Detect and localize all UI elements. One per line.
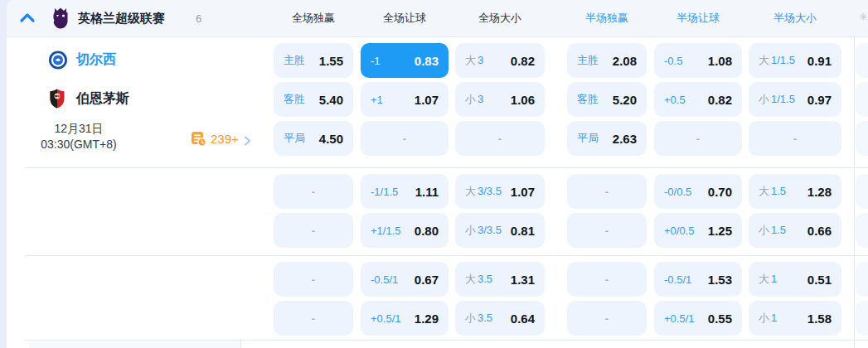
odds-row: 客胜5.40+11.07小31.06客胜5.20+0.50.82小1/1.50.… — [274, 82, 841, 117]
odds-cell[interactable]: +0.50.82 — [654, 82, 742, 117]
line-label: 客胜 — [577, 92, 599, 107]
odds-cell[interactable]: 小31.06 — [455, 82, 545, 117]
odds-cell[interactable]: 主胜2.08 — [567, 43, 647, 78]
odds-cell[interactable]: +0.5/11.29 — [361, 301, 449, 336]
line-label: -1 — [371, 55, 381, 67]
odds-value: 2.08 — [613, 54, 637, 68]
odds-cell[interactable]: -1/1.51.11 — [361, 174, 449, 209]
odds-cell[interactable]: +0.5/10.55 — [654, 301, 742, 336]
empty-dash: - — [312, 225, 315, 237]
line-prefix: 小 — [759, 92, 769, 107]
odds-value: 4.50 — [319, 132, 343, 146]
clipped-odds-cell — [856, 213, 868, 248]
group-separator — [25, 167, 868, 168]
away-team-row[interactable]: 伯恩茅斯 — [48, 88, 129, 109]
empty-dash: - — [498, 133, 502, 145]
odds-value: 0.97 — [807, 93, 832, 107]
odds-cell[interactable]: 平局4.50 — [274, 121, 353, 156]
odds-cell-empty: - — [654, 121, 742, 156]
chevron-up-icon[interactable] — [18, 11, 36, 26]
odds-cell[interactable]: -0.5/11.53 — [654, 262, 742, 297]
line-label: +1/1.5 — [371, 225, 401, 237]
empty-dash: - — [605, 225, 609, 237]
odds-value: 0.51 — [807, 273, 832, 287]
empty-dash: - — [605, 273, 609, 286]
odds-cell-empty: - — [567, 213, 647, 248]
odds-value: 0.83 — [415, 54, 439, 68]
odds-value: 1.29 — [415, 312, 439, 326]
match-date-line: 12月31日 — [12, 121, 146, 137]
odds-cell-empty: - — [274, 262, 353, 297]
odds-value: 1.25 — [708, 224, 732, 238]
odds-cell[interactable]: +0/0.51.25 — [654, 213, 742, 248]
odds-cell[interactable]: 主胜1.55 — [274, 43, 353, 78]
line-label: +0.5 — [664, 94, 686, 106]
odds-cell[interactable]: 大3.51.31 — [455, 262, 545, 297]
more-markets-link[interactable]: 239+ — [191, 131, 252, 147]
league-name: 英格兰超级联赛 — [78, 0, 165, 36]
odds-value: 1.11 — [415, 185, 439, 199]
league-card: 英格兰超级联赛 6 全场独赢全场让球全场大小半场独赢半场让球半场大小 ✳ 切尔西 — [7, 0, 868, 348]
odds-value: 1.55 — [319, 54, 343, 68]
line-label: 3 — [478, 54, 483, 66]
settings-icon[interactable]: ✳ — [859, 11, 868, 23]
odds-cell[interactable]: 小3/3.50.81 — [455, 213, 545, 248]
column-header: 全场大小 — [455, 11, 545, 26]
line-prefix: 大 — [759, 184, 769, 199]
odds-cell[interactable]: -0/0.50.70 — [654, 174, 742, 209]
odds-cell[interactable]: +11.07 — [361, 82, 449, 117]
line-label: 客胜 — [284, 92, 305, 107]
line-label: 1/1.5 — [771, 93, 795, 105]
line-label: 1.5 — [771, 185, 786, 197]
league-match-count: 6 — [196, 0, 201, 36]
line-label: 1.5 — [771, 224, 786, 236]
odds-cell[interactable]: +1/1.50.80 — [361, 213, 449, 248]
odds-value: 5.20 — [613, 93, 637, 107]
line-label: 3/3.5 — [478, 185, 502, 197]
odds-cell[interactable]: 大30.82 — [455, 43, 545, 78]
line-prefix: 小 — [465, 311, 476, 326]
line-label: 主胜 — [577, 53, 599, 68]
odds-cell[interactable]: 大1/1.50.91 — [749, 43, 841, 78]
odds-cell[interactable]: 大10.51 — [749, 262, 841, 297]
line-label: 平局 — [284, 131, 305, 146]
odds-cell[interactable]: -0.51.08 — [654, 43, 742, 78]
line-label: 1/1.5 — [771, 54, 795, 66]
line-label: -0.5/1 — [371, 273, 398, 286]
odds-row: --1/1.51.11大3/3.51.07--0/0.50.70大1.51.28 — [274, 174, 841, 209]
line-prefix: 大 — [759, 53, 769, 68]
odds-cell[interactable]: 大1.51.28 — [749, 174, 841, 209]
odds-value: 0.80 — [415, 224, 439, 238]
match-time: 12月31日 03:30(GMT+8) — [12, 121, 146, 152]
line-prefix: 小 — [759, 311, 769, 326]
odds-value: 5.40 — [319, 93, 343, 107]
odds-value: 0.70 — [708, 185, 732, 199]
group-separator — [25, 255, 868, 256]
odds-cell[interactable]: 平局2.63 — [567, 121, 647, 156]
odds-cell[interactable]: 小1/1.50.97 — [749, 82, 841, 117]
odds-cell[interactable]: 客胜5.20 — [567, 82, 647, 117]
odds-cell-empty: - — [361, 121, 449, 156]
odds-cell[interactable]: 大3/3.51.07 — [455, 174, 545, 209]
odds-cell[interactable]: 客胜5.40 — [274, 82, 353, 117]
odds-cell[interactable]: 小11.58 — [749, 301, 841, 336]
odds-value: 2.63 — [613, 132, 637, 146]
odds-cell[interactable]: 小1.50.66 — [749, 213, 841, 248]
line-label: 1 — [771, 312, 777, 324]
odds-cell[interactable]: -0.5/10.67 — [361, 262, 449, 297]
odds-row: 平局4.50--平局2.63-- — [274, 121, 841, 156]
right-column-divider — [854, 37, 855, 348]
odds-value: 1.08 — [708, 54, 732, 68]
line-prefix: 大 — [465, 184, 476, 199]
odds-cell-empty: - — [274, 174, 353, 209]
odds-value: 0.82 — [511, 54, 535, 68]
odds-value: 0.82 — [708, 93, 732, 107]
home-team-row[interactable]: 切尔西 — [48, 49, 116, 70]
odds-cell[interactable]: 小3.50.64 — [455, 301, 545, 336]
odds-cell-empty: - — [567, 262, 647, 297]
premier-league-logo-icon — [50, 7, 71, 30]
column-header: 半场让球 — [654, 11, 742, 26]
empty-dash: - — [312, 186, 315, 198]
odds-value: 1.07 — [415, 93, 439, 107]
odds-cell[interactable]: -10.83 — [361, 43, 449, 78]
